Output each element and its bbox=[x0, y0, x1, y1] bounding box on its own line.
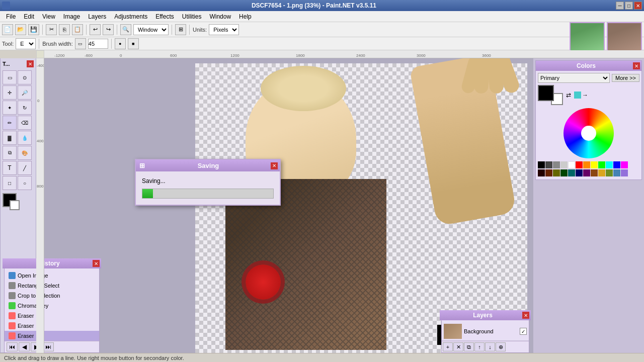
history-item-rect-select[interactable]: Rectangle Select bbox=[5, 281, 99, 291]
palette-gray[interactable] bbox=[553, 161, 560, 168]
history-close-button[interactable]: ✕ bbox=[93, 260, 100, 267]
history-item-chroma[interactable]: Chroma Key bbox=[5, 301, 99, 311]
thumbnail-1[interactable] bbox=[570, 22, 605, 51]
colors-close-button[interactable]: ✕ bbox=[633, 62, 640, 69]
pixels-dropdown[interactable]: Pixels bbox=[209, 24, 239, 35]
menu-file[interactable]: File bbox=[2, 12, 20, 21]
canvas[interactable]: HOT BLOG TIPS making bloggers of every k… bbox=[195, 63, 527, 353]
open-button[interactable]: 📂 bbox=[15, 24, 26, 35]
palette-purple[interactable] bbox=[583, 169, 590, 176]
menu-adjustments[interactable]: Adjustments bbox=[110, 12, 151, 21]
tool-magic-wand[interactable]: ✦ bbox=[3, 101, 17, 115]
layer-duplicate-button[interactable]: ⧉ bbox=[464, 342, 474, 351]
cut-button[interactable]: ✂ bbox=[46, 24, 57, 35]
palette-goldenrod[interactable] bbox=[598, 169, 605, 176]
undo-button[interactable]: ↩ bbox=[90, 24, 101, 35]
history-item-open[interactable]: Open Image bbox=[5, 270, 99, 281]
tool-shapes[interactable]: □ bbox=[3, 176, 17, 190]
tool-eraser[interactable]: ⌫ bbox=[18, 116, 32, 130]
primary-color-swatch[interactable] bbox=[3, 193, 17, 207]
layer-add-button[interactable]: + bbox=[443, 342, 453, 351]
palette-dark-gray[interactable] bbox=[545, 161, 552, 168]
menu-utilities[interactable]: Utilities bbox=[178, 12, 206, 21]
palette-magenta[interactable] bbox=[621, 161, 628, 168]
tool-zoom[interactable]: 🔎 bbox=[18, 85, 32, 100]
quick-swatch-cyan[interactable] bbox=[574, 92, 581, 99]
palette-dark-green[interactable] bbox=[560, 169, 568, 176]
history-item-eraser3[interactable]: Eraser bbox=[5, 331, 99, 341]
brush-width-input[interactable] bbox=[88, 39, 108, 49]
tool-move[interactable]: ✛ bbox=[3, 85, 17, 100]
layer-properties-button[interactable]: ⊕ bbox=[496, 342, 506, 351]
tool-rect-select[interactable]: ▭ bbox=[3, 70, 17, 84]
tool-line[interactable]: ╱ bbox=[18, 161, 32, 175]
zoom-in-button[interactable]: 🔍 bbox=[120, 24, 131, 35]
close-button[interactable]: ✕ bbox=[634, 2, 642, 10]
color-wheel[interactable] bbox=[564, 108, 614, 158]
history-item-eraser2[interactable]: Eraser bbox=[5, 321, 99, 331]
palette-olive[interactable] bbox=[553, 169, 560, 176]
tool-lasso[interactable]: ⊙ bbox=[18, 70, 32, 84]
saving-close[interactable]: ✕ bbox=[271, 162, 278, 169]
layer-background[interactable]: Background ✓ bbox=[442, 322, 529, 341]
history-prev-button[interactable]: ◀ bbox=[19, 342, 30, 351]
save-button[interactable]: 💾 bbox=[28, 24, 39, 35]
palette-olive-drab[interactable] bbox=[606, 169, 613, 176]
menu-edit[interactable]: Edit bbox=[20, 12, 38, 21]
toolbox-close[interactable]: ✕ bbox=[27, 60, 34, 67]
palette-green[interactable] bbox=[598, 161, 605, 168]
palette-blue[interactable] bbox=[613, 161, 620, 168]
secondary-color-swatch[interactable] bbox=[10, 200, 20, 210]
history-item-crop[interactable]: Crop to Selection bbox=[5, 291, 99, 301]
history-last-button[interactable]: ⏭ bbox=[43, 342, 54, 351]
colors-more-button[interactable]: More >> bbox=[612, 74, 639, 82]
layers-close-button[interactable]: ✕ bbox=[522, 312, 529, 319]
menu-effects[interactable]: Effects bbox=[151, 12, 178, 21]
layer-up-button[interactable]: ↑ bbox=[474, 342, 485, 351]
tool-clone-stamp[interactable]: ⧉ bbox=[3, 146, 17, 160]
tool-rotate[interactable]: ↻ bbox=[18, 101, 32, 115]
copy-button[interactable]: ⎘ bbox=[59, 24, 70, 35]
layer-down-button[interactable]: ↓ bbox=[485, 342, 495, 351]
menu-layers[interactable]: Layers bbox=[84, 12, 110, 21]
tool-ellipse[interactable]: ○ bbox=[18, 176, 32, 190]
tool-text[interactable]: T bbox=[3, 161, 17, 175]
brush-shape-1[interactable]: ● bbox=[115, 38, 126, 49]
tool-recolor[interactable]: 🎨 bbox=[18, 146, 32, 160]
paste-button[interactable]: 📋 bbox=[72, 24, 83, 35]
palette-brown[interactable] bbox=[545, 169, 552, 176]
tool-paintbrush[interactable]: ✏ bbox=[3, 116, 17, 130]
palette-med-purple[interactable] bbox=[621, 169, 628, 176]
layer-visibility-check[interactable]: ✓ bbox=[520, 328, 527, 335]
maximize-button[interactable]: □ bbox=[625, 2, 633, 10]
minimize-button[interactable]: ─ bbox=[616, 2, 624, 10]
brush-shape-2[interactable]: ■ bbox=[128, 38, 139, 49]
palette-orange[interactable] bbox=[583, 161, 590, 168]
palette-saddle-brown[interactable] bbox=[591, 169, 598, 176]
menu-help[interactable]: Help bbox=[235, 12, 256, 21]
palette-yellow[interactable] bbox=[591, 161, 598, 168]
tool-paint-bucket[interactable]: ▓ bbox=[3, 131, 17, 145]
layer-delete-button[interactable]: ✕ bbox=[453, 342, 463, 351]
menu-window[interactable]: Window bbox=[205, 12, 235, 21]
primary-swatch[interactable] bbox=[538, 85, 554, 101]
menu-view[interactable]: View bbox=[38, 12, 59, 21]
palette-white[interactable] bbox=[568, 161, 575, 168]
palette-dark-blue[interactable] bbox=[576, 169, 583, 176]
window-dropdown[interactable]: Window bbox=[133, 24, 169, 35]
thumbnail-2[interactable] bbox=[607, 22, 642, 51]
palette-teal[interactable] bbox=[568, 169, 575, 176]
history-first-button[interactable]: ⏮ bbox=[7, 342, 18, 351]
tool-dropdown[interactable]: E bbox=[16, 38, 36, 49]
palette-red[interactable] bbox=[576, 161, 583, 168]
new-button[interactable]: 📄 bbox=[2, 24, 13, 35]
history-item-eraser1[interactable]: Eraser bbox=[5, 311, 99, 321]
palette-cyan[interactable] bbox=[606, 161, 613, 168]
palette-black[interactable] bbox=[538, 161, 545, 168]
palette-light-gray[interactable] bbox=[560, 161, 568, 168]
palette-steel-blue[interactable] bbox=[613, 169, 620, 176]
palette-dark-red[interactable] bbox=[538, 169, 545, 176]
grid-button[interactable]: ⊞ bbox=[175, 24, 186, 35]
redo-button[interactable]: ↪ bbox=[103, 24, 114, 35]
tool-color-picker[interactable]: 💧 bbox=[18, 131, 32, 145]
